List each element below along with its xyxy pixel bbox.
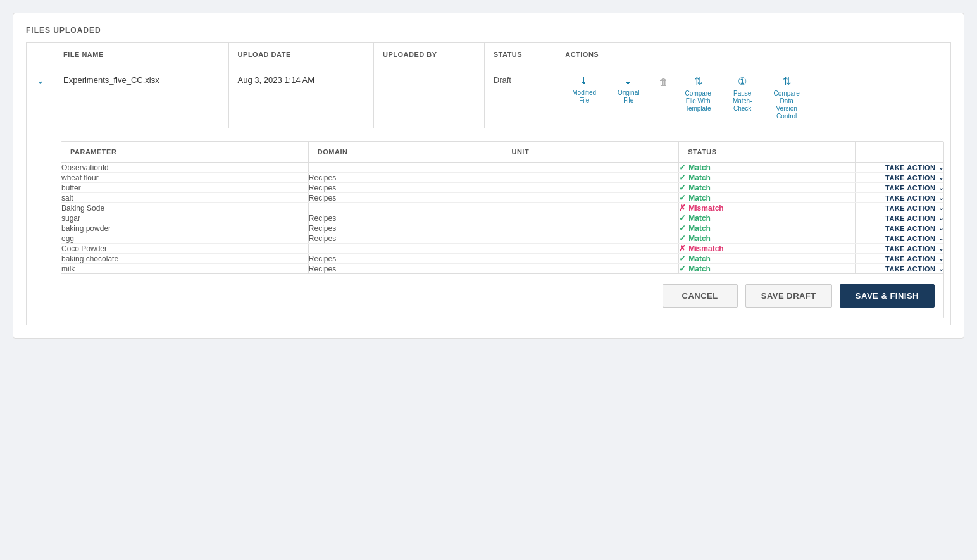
status-cell: ✓ Match bbox=[679, 163, 856, 173]
check-icon: ✓ bbox=[679, 193, 686, 202]
take-action-button[interactable]: TAKE ACTION ⌄ bbox=[885, 184, 943, 192]
chevron-down-icon: ⌄ bbox=[938, 204, 944, 211]
take-action-button[interactable]: TAKE ACTION ⌄ bbox=[885, 174, 943, 182]
action-cell: TAKE ACTION ⌄ bbox=[856, 183, 943, 193]
col-uploadedby: UPLOADED BY bbox=[374, 43, 485, 66]
modified-file-button[interactable]: ⭳ ModifiedFile bbox=[565, 75, 603, 104]
inner-col-status: STATUS bbox=[679, 142, 856, 163]
status-cell: ✓ Match bbox=[679, 233, 856, 244]
compare-version-icon: ⇅ bbox=[783, 75, 791, 87]
status-cell: ✓ Match bbox=[679, 223, 856, 233]
domain-cell: Recipes bbox=[308, 223, 502, 233]
save-draft-button[interactable]: SAVE DRAFT bbox=[745, 284, 832, 308]
take-action-button[interactable]: TAKE ACTION ⌄ bbox=[885, 265, 943, 273]
status-cell: ✓ Match bbox=[679, 213, 856, 223]
col-uploaddate: UPLOAD DATE bbox=[228, 43, 373, 66]
chevron-down-icon: ⌄ bbox=[938, 245, 944, 252]
inner-table-row: milkRecipes✓ MatchTAKE ACTION ⌄ bbox=[61, 264, 943, 274]
take-action-button[interactable]: TAKE ACTION ⌄ bbox=[885, 164, 943, 171]
pause-match-label: PauseMatch-Check bbox=[733, 90, 752, 113]
upload-date-cell: Aug 3, 2023 1:14 AM bbox=[228, 66, 373, 128]
status-cell: ✓ Match bbox=[679, 264, 856, 274]
status-cell: ✓ Match bbox=[679, 183, 856, 193]
take-action-button[interactable]: TAKE ACTION ⌄ bbox=[885, 255, 943, 263]
cancel-button[interactable]: CANCEL bbox=[663, 284, 738, 308]
chevron-down-icon: ⌄ bbox=[938, 235, 944, 242]
unit-cell bbox=[502, 223, 679, 233]
expand-chevron[interactable]: ⌄ bbox=[27, 66, 54, 128]
original-file-label: OriginalFile bbox=[618, 89, 639, 104]
domain-cell: Recipes bbox=[308, 254, 502, 264]
status-cell: ✓ Match bbox=[679, 254, 856, 264]
domain-cell: Recipes bbox=[308, 213, 502, 223]
inner-table-row: Baking Sode✗ MismatchTAKE ACTION ⌄ bbox=[61, 203, 943, 213]
domain-cell: Recipes bbox=[308, 233, 502, 244]
domain-cell bbox=[308, 244, 502, 254]
check-icon: ✓ bbox=[679, 173, 686, 182]
file-name-cell: Experiments_five_CC.xlsx bbox=[54, 66, 229, 128]
inner-table-row: baking powderRecipes✓ MatchTAKE ACTION ⌄ bbox=[61, 223, 943, 233]
detail-cell: PARAMETER DOMAIN UNIT STATUS Observation… bbox=[54, 128, 951, 325]
compare-version-label: CompareDataVersionControl bbox=[774, 90, 800, 120]
compare-version-button[interactable]: ⇅ CompareDataVersionControl bbox=[768, 75, 806, 120]
col-actions: ACTIONS bbox=[556, 43, 951, 66]
save-finish-button[interactable]: SAVE & FINISH bbox=[840, 284, 935, 308]
pause-match-check-button[interactable]: ① PauseMatch-Check bbox=[723, 75, 761, 113]
chevron-down-icon: ⌄ bbox=[938, 225, 944, 232]
inner-col-action bbox=[856, 142, 943, 163]
unit-cell bbox=[502, 173, 679, 183]
action-cell: TAKE ACTION ⌄ bbox=[856, 244, 943, 254]
param-cell: butter bbox=[61, 183, 308, 193]
action-cell: TAKE ACTION ⌄ bbox=[856, 163, 943, 173]
original-file-button[interactable]: ⭳ OriginalFile bbox=[609, 75, 647, 104]
param-cell: salt bbox=[61, 193, 308, 203]
take-action-button[interactable]: TAKE ACTION ⌄ bbox=[885, 215, 943, 222]
status-value: Draft bbox=[494, 75, 511, 85]
inner-table-row: sugarRecipes✓ MatchTAKE ACTION ⌄ bbox=[61, 213, 943, 223]
col-filename: FILE NAME bbox=[54, 43, 229, 66]
inner-table-row: baking chocolateRecipes✓ MatchTAKE ACTIO… bbox=[61, 254, 943, 264]
status-cell: ✗ Mismatch bbox=[679, 244, 856, 254]
unit-cell bbox=[502, 213, 679, 223]
unit-cell bbox=[502, 203, 679, 213]
inner-col-parameter: PARAMETER bbox=[61, 142, 308, 163]
take-action-button[interactable]: TAKE ACTION ⌄ bbox=[885, 245, 943, 252]
param-cell: Baking Sode bbox=[61, 203, 308, 213]
domain-cell bbox=[308, 163, 502, 173]
take-action-button[interactable]: TAKE ACTION ⌄ bbox=[885, 204, 943, 212]
delete-button[interactable]: 🗑 bbox=[654, 75, 673, 87]
actions-cell: ⭳ ModifiedFile ⭳ OriginalFile 🗑 ⇅ Com bbox=[556, 66, 951, 128]
param-cell: baking powder bbox=[61, 223, 308, 233]
detail-container: PARAMETER DOMAIN UNIT STATUS Observation… bbox=[61, 141, 944, 318]
table-row: ⌄ Experiments_five_CC.xlsx Aug 3, 2023 1… bbox=[27, 66, 951, 128]
inner-table-row: ObservationId✓ MatchTAKE ACTION ⌄ bbox=[61, 163, 943, 173]
inner-col-domain: DOMAIN bbox=[308, 142, 502, 163]
unit-cell bbox=[502, 183, 679, 193]
unit-cell bbox=[502, 244, 679, 254]
action-cell: TAKE ACTION ⌄ bbox=[856, 193, 943, 203]
take-action-button[interactable]: TAKE ACTION ⌄ bbox=[885, 225, 943, 232]
check-icon: ✓ bbox=[679, 213, 686, 223]
chevron-down-icon: ⌄ bbox=[938, 194, 944, 201]
unit-cell bbox=[502, 264, 679, 274]
action-cell: TAKE ACTION ⌄ bbox=[856, 223, 943, 233]
check-icon: ✓ bbox=[679, 233, 686, 243]
domain-cell: Recipes bbox=[308, 193, 502, 203]
compare-template-button[interactable]: ⇅ CompareFile WithTemplate bbox=[679, 75, 717, 113]
x-icon: ✗ bbox=[679, 203, 686, 213]
check-icon: ✓ bbox=[679, 254, 686, 263]
inner-table-row: wheat flourRecipes✓ MatchTAKE ACTION ⌄ bbox=[61, 173, 943, 183]
check-icon: ✓ bbox=[679, 223, 686, 233]
compare-template-icon: ⇅ bbox=[694, 75, 702, 87]
files-table: FILE NAME UPLOAD DATE UPLOADED BY STATUS… bbox=[26, 42, 951, 325]
page-container: FILES UPLOADED FILE NAME UPLOAD DATE UPL… bbox=[13, 13, 964, 339]
status-cell: Draft bbox=[484, 66, 556, 128]
chevron-down-icon: ⌄ bbox=[938, 265, 944, 272]
take-action-button[interactable]: TAKE ACTION ⌄ bbox=[885, 194, 943, 202]
modified-file-label: ModifiedFile bbox=[572, 89, 596, 104]
chevron-down-icon: ⌄ bbox=[938, 215, 944, 221]
empty-expand-col bbox=[27, 128, 54, 325]
take-action-button[interactable]: TAKE ACTION ⌄ bbox=[885, 235, 943, 242]
pause-icon: ① bbox=[738, 75, 747, 87]
col-status: STATUS bbox=[484, 43, 556, 66]
